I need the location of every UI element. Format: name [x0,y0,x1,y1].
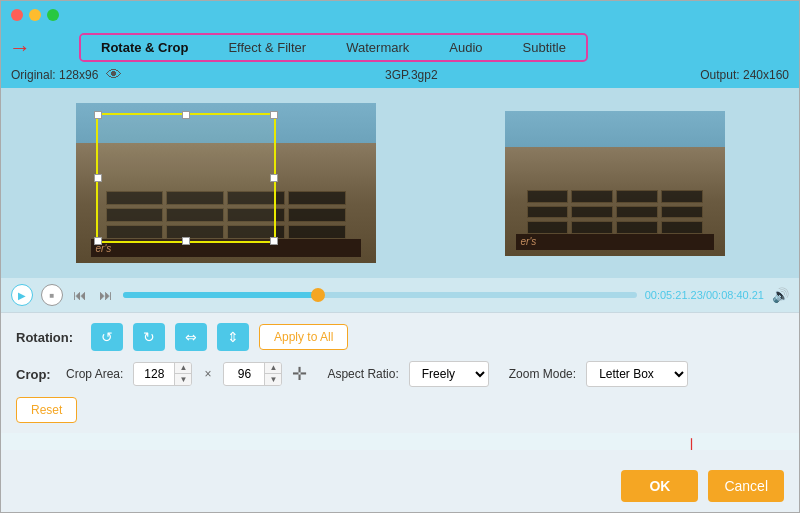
aspect-ratio-select[interactable]: Freely 16:9 4:3 1:1 [409,361,489,387]
skip-back-button[interactable]: ⏮ [71,287,89,303]
timeline-row: ▶ ■ ⏮ ⏭ 00:05:21.23/00:08:40.21 🔊 [1,278,799,312]
header-left: Original: 128x96 👁 [11,66,122,84]
reset-row: Reset [16,397,784,423]
volume-icon[interactable]: 🔊 [772,287,789,303]
app-window: → Rotate & Crop Effect & Filter Watermar… [0,0,800,513]
total-time: 00:08:40.21 [706,289,764,301]
controls-area: Rotation: ↺ ↻ ⇔ ⇕ Apply to All Crop: Cro… [1,313,799,433]
rwindow-3 [616,190,658,203]
tab-bar-wrapper: → Rotate & Crop Effect & Filter Watermar… [1,29,799,62]
crop-handle-tm[interactable] [182,111,190,119]
crop-height-spinners: ▲ ▼ [264,363,281,385]
scrubber-fill [123,292,318,298]
tabs-container: Rotate & Crop Effect & Filter Watermark … [79,33,588,62]
crop-handle-lm[interactable] [94,174,102,182]
windows-grid-r [527,190,703,234]
skip-forward-button[interactable]: ⏭ [97,287,115,303]
output-size-label: Output: 240x160 [700,68,789,82]
aspect-ratio-label: Aspect Ratio: [327,367,398,381]
rwindow-2 [571,190,613,203]
crop-handle-br[interactable] [270,237,278,245]
times-symbol: × [204,367,211,381]
crop-handle-rm[interactable] [270,174,278,182]
rwindow-5 [527,206,569,219]
current-time: 00:05:21.23 [645,289,703,301]
crop-handle-tr[interactable] [270,111,278,119]
crop-width-input[interactable] [134,364,174,384]
rwindow-10 [571,221,613,234]
ok-button[interactable]: OK [621,470,698,502]
rwindow-4 [661,190,703,203]
crop-height-input-group: ▲ ▼ [223,362,282,386]
crop-height-up[interactable]: ▲ [265,363,281,374]
tab-subtitle[interactable]: Subtitle [503,35,586,60]
crop-label: Crop: [16,367,56,382]
crop-height-input[interactable] [224,364,264,384]
header-row: Original: 128x96 👁 3GP.3gp2 Output: 240x… [1,62,799,88]
flip-vertical-button[interactable]: ⇕ [217,323,249,351]
crop-handle-tl[interactable] [94,111,102,119]
crop-width-down[interactable]: ▼ [175,374,191,385]
rwindow-9 [527,221,569,234]
bottom-bar: OK Cancel [1,450,799,512]
zoom-mode-select[interactable]: Letter Box Pan & Scan Full [586,361,688,387]
crop-box[interactable] [96,113,276,243]
video-content-right: er's [505,111,725,256]
scrubber[interactable] [123,292,637,298]
preview-right: er's [505,111,725,256]
tab-rotate-crop[interactable]: Rotate & Crop [81,35,208,60]
rotate-right-button[interactable]: ↻ [133,323,165,351]
crop-area-label: Crop Area: [66,367,123,381]
preview-left: er's [76,103,376,263]
time-display: 00:05:21.23/00:08:40.21 [645,289,764,301]
rwindow-6 [571,206,613,219]
rwindow-1 [527,190,569,203]
crop-center-icon[interactable]: ✛ [292,363,307,385]
window-4 [288,191,346,205]
tab-audio[interactable]: Audio [429,35,502,60]
filename-label: 3GP.3gp2 [385,68,438,82]
visibility-icon[interactable]: 👁 [106,66,122,84]
title-bar [1,1,799,29]
rwindow-11 [616,221,658,234]
close-button[interactable] [11,9,23,21]
original-size-label: Original: 128x96 [11,68,98,82]
window-8 [288,208,346,222]
play-button[interactable]: ▶ [11,284,33,306]
traffic-lights [11,9,59,21]
crop-handle-bl[interactable] [94,237,102,245]
maximize-button[interactable] [47,9,59,21]
building-sign-r: er's [516,234,714,250]
rwindow-7 [616,206,658,219]
rwindow-8 [661,206,703,219]
building-bg-r: er's [505,147,725,256]
crop-height-down[interactable]: ▼ [265,374,281,385]
crop-width-input-group: ▲ ▼ [133,362,192,386]
minimize-button[interactable] [29,9,41,21]
rotation-label: Rotation: [16,330,81,345]
tab-watermark[interactable]: Watermark [326,35,429,60]
crop-row: Crop: Crop Area: ▲ ▼ × ▲ ▼ ✛ Aspect Rati… [16,361,784,387]
rotation-row: Rotation: ↺ ↻ ⇔ ⇕ Apply to All [16,323,784,351]
crop-width-up[interactable]: ▲ [175,363,191,374]
tab-effect-filter[interactable]: Effect & Filter [208,35,326,60]
apply-all-button[interactable]: Apply to All [259,324,348,350]
crop-width-spinners: ▲ ▼ [174,363,191,385]
crop-handle-bm[interactable] [182,237,190,245]
rotate-left-button[interactable]: ↺ [91,323,123,351]
window-12 [288,225,346,239]
rwindow-12 [661,221,703,234]
stop-button[interactable]: ■ [41,284,63,306]
reset-button[interactable]: Reset [16,397,77,423]
preview-area: er's [1,88,799,278]
cancel-button[interactable]: Cancel [708,470,784,502]
flip-horizontal-button[interactable]: ⇔ [175,323,207,351]
scrubber-thumb[interactable] [311,288,325,302]
arrow-indicator: → [9,37,31,59]
zoom-mode-label: Zoom Mode: [509,367,576,381]
